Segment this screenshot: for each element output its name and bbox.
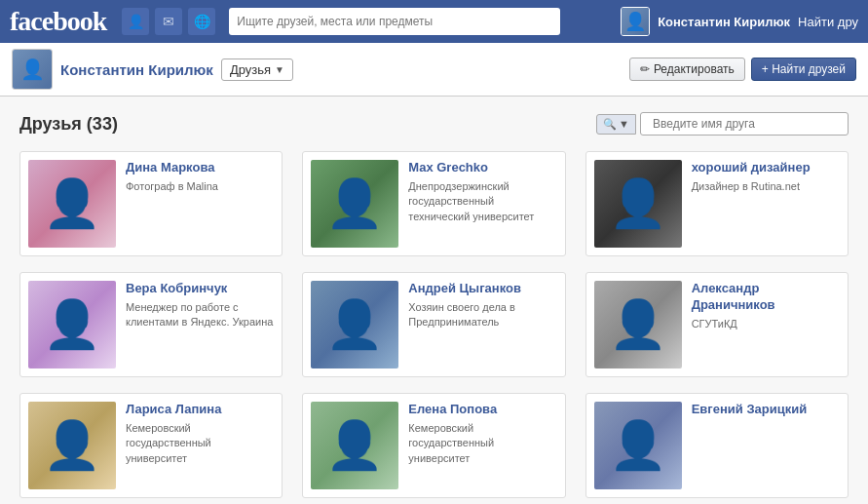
- friend-detail: Фотограф в Malina: [126, 179, 274, 194]
- friend-photo-figure: 👤: [594, 281, 682, 368]
- friend-photo: 👤: [28, 402, 116, 489]
- friend-photo: 👤: [594, 281, 682, 368]
- friends-tab-dropdown[interactable]: Друзья ▼: [221, 58, 293, 81]
- friend-item: 👤 Дина Маркова Фотограф в Malina: [19, 151, 283, 256]
- header-right: 👤 Константин Кирилюк Найти дру: [621, 7, 858, 36]
- friends-header: Друзья (33) 🔍 ▼: [19, 112, 849, 136]
- friend-name[interactable]: Андрей Цыганков: [408, 281, 556, 297]
- friend-name[interactable]: Лариса Лапина: [126, 402, 274, 418]
- friend-info: хороший дизайнер Дизайнер в Rutina.net: [692, 160, 840, 194]
- friend-name[interactable]: Дина Маркова: [126, 160, 274, 176]
- header-search-box[interactable]: [229, 8, 560, 35]
- edit-button[interactable]: ✏ Редактировать: [629, 58, 745, 81]
- friend-photo: 👤: [594, 160, 682, 248]
- friend-info: Max Grechko Днепродзержинский государств…: [408, 160, 556, 224]
- friend-info: Евгений Зарицкий: [692, 402, 840, 421]
- friend-photo: 👤: [311, 402, 398, 489]
- friend-search-input[interactable]: [647, 113, 842, 135]
- facebook-logo: facebook: [10, 6, 106, 37]
- friend-item: 👤 Андрей Цыганков Хозяин своего дела в П…: [302, 272, 565, 377]
- profile-avatar: 👤: [12, 49, 53, 90]
- friends-icon[interactable]: 👤: [122, 8, 149, 35]
- friend-name[interactable]: Александр Драничников: [692, 281, 840, 314]
- friend-info: Лариса Лапина Кемеровский государственны…: [126, 402, 274, 466]
- friend-detail: Менеджер по работе с клиентами в Яндекс.…: [126, 300, 274, 330]
- friend-photo: 👤: [594, 402, 682, 489]
- friend-item: 👤 Евгений Зарицкий: [585, 393, 849, 498]
- friend-item: 👤 хороший дизайнер Дизайнер в Rutina.net: [585, 151, 849, 256]
- profile-actions: ✏ Редактировать + Найти друзей: [629, 58, 856, 81]
- friend-name[interactable]: Евгений Зарицкий: [692, 402, 840, 418]
- pencil-icon: ✏: [640, 62, 650, 76]
- friend-photo-figure: 👤: [28, 402, 116, 489]
- friend-info: Андрей Цыганков Хозяин своего дела в Пре…: [408, 281, 556, 330]
- friend-item: 👤 Александр Драничников СГУТиКД: [585, 272, 849, 377]
- friend-detail: Днепродзержинский государственный технич…: [408, 179, 556, 224]
- find-friends-button[interactable]: + Найти друзей: [751, 58, 856, 81]
- dropdown-chevron-icon: ▼: [619, 118, 629, 130]
- friend-item: 👤 Лариса Лапина Кемеровский государствен…: [19, 393, 283, 498]
- friend-photo-figure: 👤: [311, 160, 398, 248]
- friend-item: 👤 Вера Кобринчук Менеджер по работе с кл…: [19, 272, 283, 377]
- friends-tab-label: Друзья: [230, 62, 271, 77]
- friend-info: Вера Кобринчук Менеджер по работе с клие…: [126, 281, 274, 330]
- header-username[interactable]: Константин Кирилюк: [658, 15, 790, 29]
- friend-photo-figure: 👤: [594, 402, 682, 489]
- friends-search-area: 🔍 ▼: [596, 112, 849, 136]
- header-avatar: 👤: [621, 7, 650, 36]
- header-find-friends-link[interactable]: Найти дру: [798, 15, 858, 29]
- header-search-input[interactable]: [229, 8, 560, 35]
- friend-photo: 👤: [311, 281, 398, 368]
- friend-detail: СГУТиКД: [692, 317, 840, 331]
- profile-name[interactable]: Константин Кирилюк: [60, 61, 213, 78]
- friend-detail: Кемеровский государственный университет: [126, 421, 274, 466]
- friend-item: 👤 Max Grechko Днепродзержинский государс…: [302, 151, 565, 256]
- friend-name[interactable]: Max Grechko: [408, 160, 556, 176]
- profile-bar: 👤 Константин Кирилюк Друзья ▼ ✏ Редактир…: [0, 43, 868, 97]
- friend-detail: Дизайнер в Rutina.net: [692, 179, 840, 194]
- friend-photo-figure: 👤: [311, 281, 398, 368]
- friends-grid: 👤 Дина Маркова Фотограф в Malina 👤 Max G…: [19, 151, 849, 498]
- header: facebook 👤 ✉ 🌐 👤 Константин Кирилюк Найт…: [0, 0, 868, 43]
- friend-name[interactable]: Елена Попова: [408, 402, 556, 418]
- friend-name[interactable]: хороший дизайнер: [692, 160, 840, 176]
- notifications-icon[interactable]: 🌐: [188, 8, 215, 35]
- main-content: Друзья (33) 🔍 ▼ 👤 Дина Маркова Фотограф …: [0, 97, 868, 504]
- friend-photo-figure: 👤: [28, 160, 116, 248]
- friend-photo-figure: 👤: [311, 402, 398, 489]
- messages-icon[interactable]: ✉: [155, 8, 182, 35]
- header-icons: 👤 ✉ 🌐: [122, 8, 215, 35]
- friend-photo-figure: 👤: [594, 160, 682, 248]
- friend-name[interactable]: Вера Кобринчук: [126, 281, 274, 297]
- friend-detail: Хозяин своего дела в Предприниматель: [408, 300, 556, 330]
- friend-photo: 👤: [28, 281, 116, 368]
- friend-detail: Кемеровский государственный университет: [408, 421, 556, 466]
- friend-info: Дина Маркова Фотограф в Malina: [126, 160, 274, 194]
- friend-info: Елена Попова Кемеровский государственный…: [408, 402, 556, 466]
- search-filter-dropdown[interactable]: 🔍 ▼: [596, 114, 636, 135]
- friend-photo: 👤: [28, 160, 116, 248]
- friends-search-box[interactable]: [640, 112, 849, 136]
- friend-info: Александр Драничников СГУТиКД: [692, 281, 840, 331]
- friend-photo-figure: 👤: [28, 281, 116, 368]
- friend-photo: 👤: [311, 160, 398, 248]
- friend-item: 👤 Елена Попова Кемеровский государственн…: [302, 393, 565, 498]
- friends-count-title: Друзья (33): [19, 114, 118, 135]
- search-icon: 🔍: [603, 118, 617, 131]
- dropdown-arrow-icon: ▼: [275, 64, 284, 75]
